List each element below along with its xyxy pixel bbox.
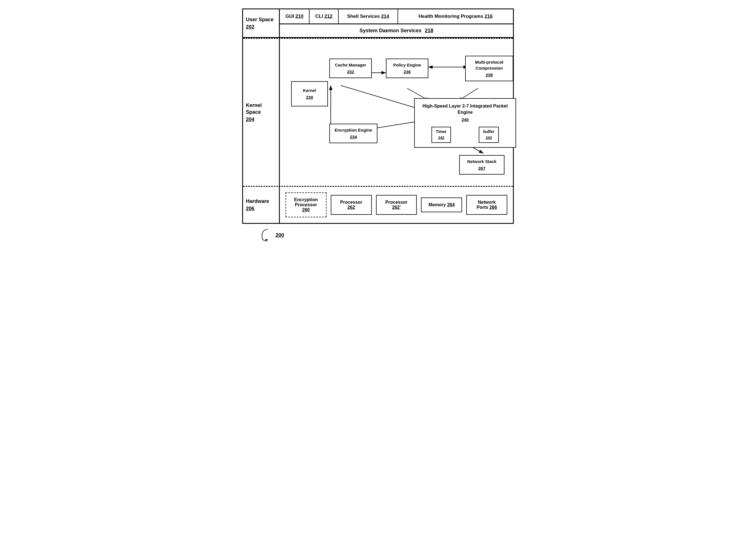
hardware-content: Encryption Processor 260 Processor 262 P… bbox=[280, 187, 513, 223]
gui-label: GUI bbox=[285, 14, 294, 19]
cli-num: 212 bbox=[324, 14, 332, 19]
packet-engine-component: High-Speed Layer 2-7 Integrated Packet E… bbox=[414, 98, 516, 148]
curve-arrow-icon bbox=[259, 228, 273, 242]
processor2-num: 262' bbox=[392, 205, 401, 210]
processor1-label: Processor bbox=[340, 200, 362, 205]
kernel-diagram: Kernel 230 Cache Manager 232 Policy Engi… bbox=[285, 44, 507, 180]
network-stack-label: Network Stack bbox=[467, 159, 496, 164]
timer-num: 242 bbox=[436, 135, 447, 140]
kernel-space-title: Kernel Space bbox=[246, 102, 276, 115]
hardware-num: 206 bbox=[246, 206, 276, 212]
packet-engine-label: High-Speed Layer 2-7 Integrated Packet E… bbox=[420, 103, 510, 116]
network-stack-component: Network Stack 267 bbox=[459, 155, 504, 175]
diagram-ref: 200 bbox=[259, 228, 284, 242]
system-daemon-bar: System Daemon Services 218 bbox=[280, 24, 513, 37]
encryption-engine-label: Encryption Engine bbox=[335, 128, 372, 132]
shell-services-component: Shell Services 214 bbox=[339, 9, 398, 23]
user-space-label: User Space 202 bbox=[243, 9, 280, 37]
processor2-component: Processor 262' bbox=[376, 195, 417, 215]
enc-processor-num: 260 bbox=[302, 207, 310, 212]
user-space-content: GUI 210 CLI 212 Shell Services 214 Healt… bbox=[280, 9, 513, 37]
encryption-processor-component: Encryption Processor 260 bbox=[285, 192, 327, 217]
memory-label: Memory bbox=[429, 202, 446, 207]
multi-protocol-num: 238 bbox=[470, 72, 508, 78]
cache-manager-component: Cache Manager 232 bbox=[329, 59, 372, 78]
buffer-label: buffer bbox=[483, 129, 495, 134]
system-daemon-num: 218 bbox=[425, 28, 433, 34]
multi-protocol-component: Multi-protocol Compression 238 bbox=[465, 56, 513, 81]
cache-manager-label: Cache Manager bbox=[335, 63, 366, 67]
main-diagram-box: User Space 202 GUI 210 CLI 212 Shell Ser… bbox=[242, 8, 514, 224]
user-space-top-row: GUI 210 CLI 212 Shell Services 214 Healt… bbox=[280, 9, 513, 24]
network-ports-component: Network Ports 266 bbox=[466, 195, 507, 215]
memory-component: Memory 264 bbox=[421, 198, 462, 212]
memory-num: 264 bbox=[447, 202, 455, 207]
kernel-space-section: Kernel Space 204 bbox=[243, 38, 513, 187]
diagram-id-label: 200 bbox=[276, 232, 284, 238]
hardware-section: Hardware 206 Encryption Processor 260 Pr… bbox=[243, 187, 513, 223]
kernel-component: Kernel 230 bbox=[291, 81, 328, 106]
cache-manager-num: 232 bbox=[334, 69, 367, 75]
hardware-label: Hardware 206 bbox=[243, 187, 280, 223]
network-stack-num: 267 bbox=[464, 165, 500, 171]
svg-line-6 bbox=[341, 85, 421, 110]
system-diagram: User Space 202 GUI 210 CLI 212 Shell Ser… bbox=[242, 8, 514, 224]
gui-component: GUI 210 bbox=[280, 9, 310, 23]
kernel-num: 230 bbox=[296, 94, 323, 100]
svg-marker-10 bbox=[265, 239, 268, 242]
network-ports-num: 266 bbox=[489, 205, 497, 210]
processor1-num: 262 bbox=[347, 205, 355, 210]
encryption-engine-component: Encryption Engine 234 bbox=[329, 124, 377, 143]
kernel-content: Kernel 230 Cache Manager 232 Policy Engi… bbox=[280, 39, 513, 186]
health-label: Health Monitoring Programs bbox=[418, 14, 483, 19]
packet-engine-num: 240 bbox=[420, 117, 510, 123]
multi-protocol-label: Multi-protocol Compression bbox=[475, 60, 503, 70]
policy-engine-label: Policy Engine bbox=[393, 63, 421, 67]
kernel-space-label: Kernel Space 204 bbox=[243, 39, 280, 186]
cli-component: CLI 212 bbox=[310, 9, 339, 23]
encryption-engine-num: 234 bbox=[334, 134, 373, 140]
hardware-title: Hardware bbox=[246, 198, 276, 205]
kernel-space-num: 204 bbox=[246, 117, 276, 123]
user-space-num: 202 bbox=[246, 24, 254, 30]
system-daemon-label: System Daemon Services bbox=[359, 28, 421, 34]
shell-num: 214 bbox=[381, 14, 389, 19]
kernel-label: Kernel bbox=[303, 88, 316, 93]
user-space-section: User Space 202 GUI 210 CLI 212 Shell Ser… bbox=[243, 9, 513, 38]
processor2-label: Processor bbox=[385, 200, 407, 205]
policy-engine-num: 236 bbox=[391, 69, 424, 75]
cli-label: CLI bbox=[315, 14, 323, 19]
timer-label: Timer bbox=[436, 129, 447, 134]
processor1-component: Processor 262 bbox=[331, 195, 372, 215]
buffer-num: 243 bbox=[483, 135, 495, 140]
health-monitoring-component: Health Monitoring Programs 216 bbox=[398, 9, 513, 23]
policy-engine-component: Policy Engine 236 bbox=[386, 59, 428, 78]
user-space-title: User Space bbox=[246, 16, 274, 23]
health-num: 216 bbox=[485, 14, 493, 19]
shell-label: Shell Services bbox=[347, 14, 380, 19]
enc-processor-label: Encryption Processor bbox=[294, 197, 318, 207]
gui-num: 210 bbox=[295, 14, 303, 19]
